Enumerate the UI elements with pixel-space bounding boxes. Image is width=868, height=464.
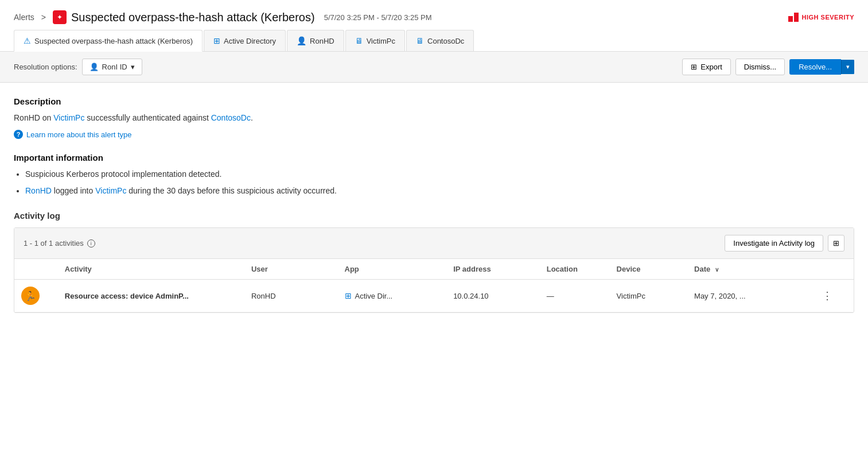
tab-ad-label: Active Directory (224, 37, 276, 45)
tab-alert-label: Suspected overpass-the-hash attack (Kerb… (34, 37, 193, 45)
location-cell: — (540, 280, 610, 312)
bullet-list: Suspicious Kerberos protocol implementat… (14, 168, 854, 197)
severity-bar-2 (794, 13, 799, 22)
toolbar-right: ⊞ Export Dismiss... Resolve... ▾ (682, 59, 854, 75)
activity-name-cell: Resource access: device AdminP... (58, 280, 244, 312)
list-item-1: Suspicious Kerberos protocol implementat… (25, 168, 854, 180)
breadcrumb-alerts: Alerts (14, 13, 34, 22)
resolution-dropdown[interactable]: 👤 RonI ID ▾ (82, 59, 142, 75)
description-body: RonHD on VictimPc successfully authentic… (14, 112, 854, 124)
important-section: Important information Suspicious Kerbero… (14, 153, 854, 197)
tab-alert[interactable]: ⚠ Suspected overpass-the-hash attack (Ke… (14, 30, 203, 52)
content: Description RonHD on VictimPc successful… (0, 83, 868, 313)
col-header-ip[interactable]: IP address (446, 259, 540, 280)
tab-contosodc-label: ContosoDc (427, 37, 464, 45)
investigate-button[interactable]: Investigate in Activity log (725, 235, 823, 252)
filter-icon: ⊞ (833, 239, 839, 248)
alert-tab-icon: ⚠ (24, 36, 31, 45)
col-header-more (812, 259, 854, 280)
table-header: Activity User App IP address Location De… (14, 259, 854, 280)
windows-app-icon: ⊞ (345, 291, 352, 300)
tab-victimpc-label: VictimPc (367, 37, 395, 45)
desc-text-end: . (251, 113, 253, 122)
app-cell-inner: ⊞ Active Dir... (345, 291, 440, 300)
row-icon-cell: 🏃 (14, 280, 58, 312)
activity-info-icon: i (87, 239, 95, 248)
learn-more-label: Learn more about this alert type (26, 130, 132, 139)
bullet-2-link1[interactable]: RonHD (25, 186, 52, 195)
severity-bars (788, 13, 799, 22)
app-cell: ⊞ Active Dir... (338, 280, 447, 312)
tab-victimpc[interactable]: 🖥 VictimPc (345, 30, 405, 51)
page-wrapper: Alerts > Suspected overpass-the-hash att… (0, 0, 868, 464)
device-icon-contosodc: 🖥 (416, 36, 424, 45)
learn-more-link[interactable]: ? Learn more about this alert type (14, 130, 854, 139)
activity-section: Activity log 1 - 1 of 1 activities i Inv… (14, 211, 854, 313)
severity-label: HIGH SEVERITY (802, 14, 854, 21)
resolution-value: RonI ID (102, 63, 127, 71)
more-cell: ⋮ (812, 280, 854, 312)
severity-badge: HIGH SEVERITY (788, 13, 854, 22)
activity-toolbar: 1 - 1 of 1 activities i Investigate in A… (14, 228, 854, 259)
severity-bar-1 (788, 16, 793, 22)
activity-log-title: Activity log (14, 211, 854, 221)
resolution-label: Resolution options: (14, 63, 77, 71)
device-cell: VictimPc (610, 280, 687, 312)
bullet-2-link2[interactable]: VictimPc (95, 186, 126, 195)
header-left: Alerts > Suspected overpass-the-hash att… (14, 10, 432, 24)
date-cell: May 7, 2020, ... (687, 280, 812, 312)
tab-ronhd[interactable]: 👤 RonHD (287, 30, 344, 51)
col-header-user[interactable]: User (244, 259, 338, 280)
bullet-1-text: Suspicious Kerberos protocol implementat… (25, 169, 221, 179)
windows-icon-ad: ⊞ (213, 36, 220, 45)
desc-text-mid: successfully authenticated against (84, 113, 211, 122)
col-header-location[interactable]: Location (540, 259, 610, 280)
breadcrumb-sep: > (41, 13, 46, 22)
tab-ronhd-label: RonHD (310, 37, 334, 45)
important-title: Important information (14, 153, 854, 163)
activity-count-text: 1 - 1 of 1 activities (24, 239, 84, 248)
row-more-button[interactable]: ⋮ (819, 288, 836, 303)
dropdown-chevron-icon: ▾ (131, 63, 135, 71)
app-name: Active Dir... (355, 292, 393, 300)
export-label: Export (700, 63, 722, 71)
header: Alerts > Suspected overpass-the-hash att… (0, 0, 868, 30)
activity-toolbar-right: Investigate in Activity log ⊞ (725, 235, 844, 252)
col-header-date[interactable]: Date ∨ (687, 259, 812, 280)
ip-cell: 10.0.24.10 (446, 280, 540, 312)
col-header-device[interactable]: Device (610, 259, 687, 280)
bullet-2-after: during the 30 days before this suspiciou… (126, 186, 337, 195)
dismiss-button[interactable]: Dismiss... (735, 59, 785, 75)
col-header-app[interactable]: App (338, 259, 447, 280)
activity-row-icon: 🏃 (21, 287, 40, 305)
table-row: 🏃 Resource access: device AdminP... RonH… (14, 280, 854, 312)
tab-active-directory[interactable]: ⊞ Active Directory (204, 30, 286, 51)
resolve-main-button[interactable]: Resolve... (789, 59, 841, 75)
col-header-icon (14, 259, 58, 280)
resolve-button-group: Resolve... ▾ (789, 59, 854, 75)
sort-arrow-icon: ∨ (715, 266, 719, 273)
alert-icon (53, 10, 67, 24)
page-title: Suspected overpass-the-hash attack (Kerb… (71, 11, 315, 24)
list-item-2: RonHD logged into VictimPc during the 30… (25, 185, 854, 197)
tab-contosodc[interactable]: 🖥 ContosoDc (406, 30, 474, 51)
bullet-2-mid: logged into (52, 186, 95, 195)
user-icon-ronhd: 👤 (297, 36, 306, 45)
description-section: Description RonHD on VictimPc successful… (14, 96, 854, 139)
col-header-activity[interactable]: Activity (58, 259, 244, 280)
entity-tabs: ⚠ Suspected overpass-the-hash attack (Ke… (0, 30, 868, 52)
resolve-chevron-icon: ▾ (846, 63, 850, 70)
description-title: Description (14, 96, 854, 106)
export-button[interactable]: ⊞ Export (682, 59, 731, 75)
desc-link-victimpc[interactable]: VictimPc (53, 113, 84, 122)
filter-button[interactable]: ⊞ (828, 235, 844, 252)
resolve-dropdown-button[interactable]: ▾ (841, 60, 854, 74)
toolbar: Resolution options: 👤 RonI ID ▾ ⊞ Export… (0, 52, 868, 83)
export-icon: ⊞ (691, 63, 697, 71)
table-body: 🏃 Resource access: device AdminP... RonH… (14, 280, 854, 312)
activity-table-wrapper: 1 - 1 of 1 activities i Investigate in A… (14, 227, 854, 313)
activity-name: Resource access: device AdminP... (65, 292, 189, 300)
user-cell: RonHD (244, 280, 338, 312)
desc-link-contosodc[interactable]: ContosoDc (211, 113, 251, 122)
toolbar-left: Resolution options: 👤 RonI ID ▾ (14, 59, 142, 75)
